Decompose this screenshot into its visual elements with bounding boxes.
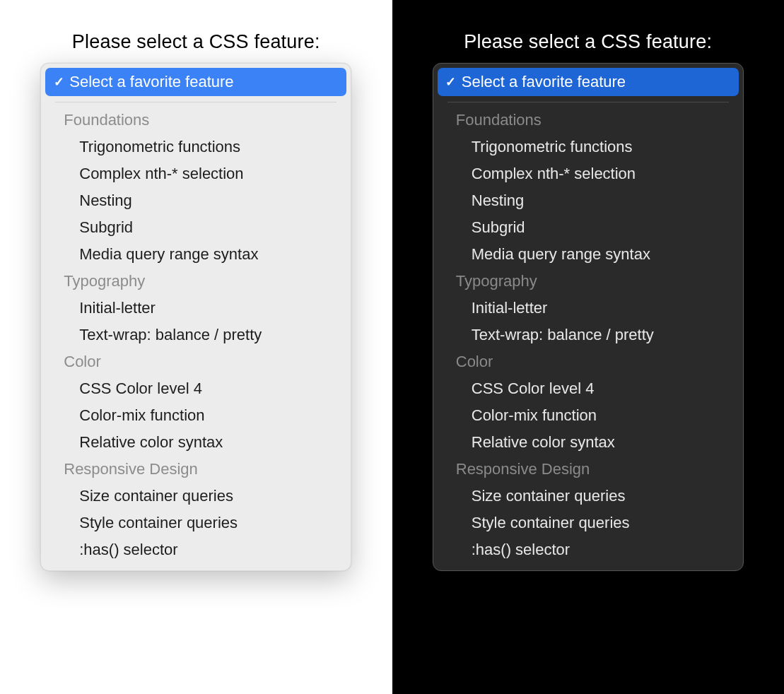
prompt-label: Please select a CSS feature: [72, 31, 320, 53]
optgroup-label: Foundations [45, 107, 346, 134]
option-item[interactable]: Initial-letter [438, 295, 739, 322]
select-popup[interactable]: ✓ Select a favorite feature Foundations … [433, 63, 744, 571]
option-item[interactable]: Size container queries [45, 483, 346, 510]
option-item[interactable]: Trigonometric functions [45, 134, 346, 160]
optgroup-label: Color [438, 348, 739, 375]
optgroup-label: Foundations [438, 107, 739, 134]
option-item[interactable]: Nesting [45, 187, 346, 214]
optgroup-label: Typography [438, 268, 739, 295]
option-item[interactable]: Size container queries [438, 483, 739, 510]
checkmark-icon: ✓ [51, 74, 66, 90]
option-item[interactable]: Relative color syntax [438, 429, 739, 456]
option-item[interactable]: Subgrid [438, 214, 739, 241]
menu-separator [55, 102, 337, 102]
selected-option-row[interactable]: ✓ Select a favorite feature [438, 68, 739, 96]
option-item[interactable]: Initial-letter [45, 295, 346, 322]
option-item[interactable]: :has() selector [438, 536, 739, 563]
option-item[interactable]: Complex nth-* selection [438, 160, 739, 187]
optgroup-label: Color [45, 348, 346, 375]
option-item[interactable]: Nesting [438, 187, 739, 214]
light-mode-pane: Please select a CSS feature: ✓ Select a … [0, 0, 392, 694]
checkmark-icon: ✓ [443, 74, 459, 90]
option-item[interactable]: Subgrid [45, 214, 346, 241]
option-item[interactable]: Media query range syntax [438, 241, 739, 268]
optgroup-label: Responsive Design [45, 456, 346, 483]
selected-option-row[interactable]: ✓ Select a favorite feature [45, 68, 346, 96]
option-item[interactable]: Color-mix function [438, 402, 739, 429]
optgroup-label: Typography [45, 268, 346, 295]
option-item[interactable]: Complex nth-* selection [45, 160, 346, 187]
option-item[interactable]: Media query range syntax [45, 241, 346, 268]
selected-option-label: Select a favorite feature [69, 73, 233, 91]
option-item[interactable]: Style container queries [438, 510, 739, 536]
selected-option-label: Select a favorite feature [462, 73, 626, 91]
option-item[interactable]: CSS Color level 4 [45, 375, 346, 402]
dark-mode-pane: Please select a CSS feature: ✓ Select a … [392, 0, 785, 694]
option-item[interactable]: Text-wrap: balance / pretty [45, 322, 346, 348]
menu-separator [447, 102, 729, 102]
prompt-label: Please select a CSS feature: [464, 31, 712, 53]
option-item[interactable]: Color-mix function [45, 402, 346, 429]
option-item[interactable]: CSS Color level 4 [438, 375, 739, 402]
option-item[interactable]: Relative color syntax [45, 429, 346, 456]
option-item[interactable]: Style container queries [45, 510, 346, 536]
option-item[interactable]: Trigonometric functions [438, 134, 739, 160]
optgroup-label: Responsive Design [438, 456, 739, 483]
option-item[interactable]: :has() selector [45, 536, 346, 563]
option-item[interactable]: Text-wrap: balance / pretty [438, 322, 739, 348]
select-popup[interactable]: ✓ Select a favorite feature Foundations … [40, 63, 351, 571]
